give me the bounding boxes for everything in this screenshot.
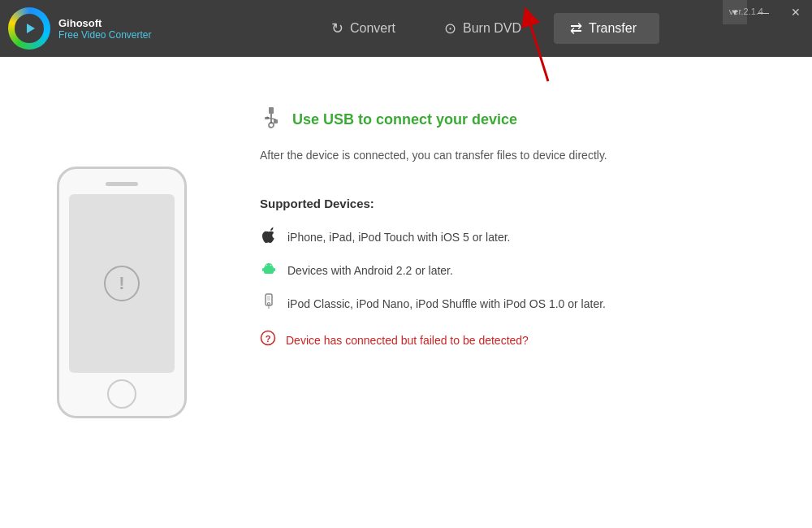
- tab-transfer-label: Transfer: [589, 21, 637, 36]
- device-item-ios: iPhone, iPad, iPod Touch with iOS 5 or l…: [260, 227, 780, 247]
- ipod-icon: [260, 293, 278, 314]
- phone-home-button: [107, 379, 136, 409]
- svg-text:?: ?: [266, 334, 271, 344]
- error-circle-icon: ?: [260, 330, 276, 350]
- minimize-button[interactable]: —: [747, 0, 780, 24]
- app-name: Free Video Converter: [58, 29, 152, 41]
- svg-rect-10: [264, 266, 274, 274]
- svg-rect-20: [268, 305, 270, 309]
- dropdown-button[interactable]: ▾: [723, 0, 747, 24]
- usb-subtitle: After the device is connected, you can t…: [260, 147, 780, 164]
- svg-point-14: [270, 265, 272, 266]
- close-button[interactable]: ✕: [780, 0, 812, 24]
- usb-title: Use USB to connect your device: [292, 111, 517, 128]
- ipod-device-text: iPod Classic, iPod Nano, iPod Shuffle wi…: [287, 297, 606, 310]
- usb-icon: [260, 106, 283, 134]
- phone-speaker: [106, 182, 138, 186]
- android-device-text: Devices with Android 2.2 or later.: [287, 264, 453, 277]
- convert-icon: ↻: [331, 19, 343, 37]
- nav-tabs: ↻ Convert ⊙ Burn DVD ⇄ Transfer: [171, 13, 804, 44]
- svg-rect-16: [270, 270, 271, 274]
- tab-transfer[interactable]: ⇄ Transfer: [554, 13, 659, 44]
- svg-point-5: [269, 123, 274, 128]
- usb-section: Use USB to connect your device: [260, 106, 780, 134]
- android-icon: [260, 260, 278, 280]
- ipod-svg-icon: [261, 293, 277, 309]
- burn-dvd-icon: ⊙: [444, 19, 456, 37]
- apple-icon: [260, 227, 278, 247]
- phone-outline: !: [57, 167, 187, 418]
- title-bar: Gihosoft Free Video Converter ↻ Convert …: [0, 0, 812, 57]
- tab-burn-dvd[interactable]: ⊙ Burn DVD: [428, 13, 538, 44]
- svg-point-19: [268, 303, 270, 305]
- brand-name: Gihosoft: [58, 17, 152, 29]
- device-item-android: Devices with Android 2.2 or later.: [260, 260, 780, 280]
- transfer-icon: ⇄: [570, 19, 582, 37]
- window-controls: ▾ — ✕: [723, 0, 812, 24]
- device-list: iPhone, iPad, iPod Touch with iOS 5 or l…: [260, 227, 780, 314]
- apple-svg-icon: [261, 227, 277, 243]
- error-svg-icon: ?: [260, 330, 276, 346]
- svg-rect-12: [274, 268, 275, 271]
- logo-text: Gihosoft Free Video Converter: [58, 17, 152, 41]
- tab-convert[interactable]: ↻ Convert: [315, 13, 412, 44]
- svg-rect-15: [266, 270, 268, 274]
- svg-marker-0: [27, 24, 35, 33]
- svg-point-13: [266, 265, 268, 266]
- android-svg-icon: [261, 260, 277, 276]
- svg-rect-7: [274, 119, 278, 123]
- ios-device-text: iPhone, iPad, iPod Touch with iOS 5 or l…: [287, 231, 510, 244]
- supported-heading: Supported Devices:: [260, 197, 780, 210]
- app-logo: [8, 7, 50, 50]
- usb-svg-icon: [260, 106, 283, 128]
- tab-burn-dvd-label: Burn DVD: [463, 21, 521, 36]
- logo-icon: [20, 19, 38, 37]
- error-text: Device has connected but failed to be de…: [286, 334, 529, 347]
- phone-illustration-area: !: [0, 57, 244, 528]
- logo-area: Gihosoft Free Video Converter: [8, 7, 171, 50]
- svg-rect-3: [269, 107, 274, 114]
- svg-rect-11: [262, 268, 264, 271]
- main-content: ! Use USB to connect your device: [0, 57, 812, 528]
- logo-inner: [15, 14, 44, 43]
- error-item[interactable]: ? Device has connected but failed to be …: [260, 330, 780, 350]
- device-item-ipod: iPod Classic, iPod Nano, iPod Shuffle wi…: [260, 293, 780, 314]
- svg-line-9: [272, 119, 276, 119]
- svg-rect-18: [267, 296, 270, 301]
- content-area: Use USB to connect your device After the…: [244, 57, 812, 528]
- tab-convert-label: Convert: [350, 21, 395, 36]
- phone-screen: !: [69, 194, 175, 373]
- phone-warning-icon: !: [104, 266, 140, 301]
